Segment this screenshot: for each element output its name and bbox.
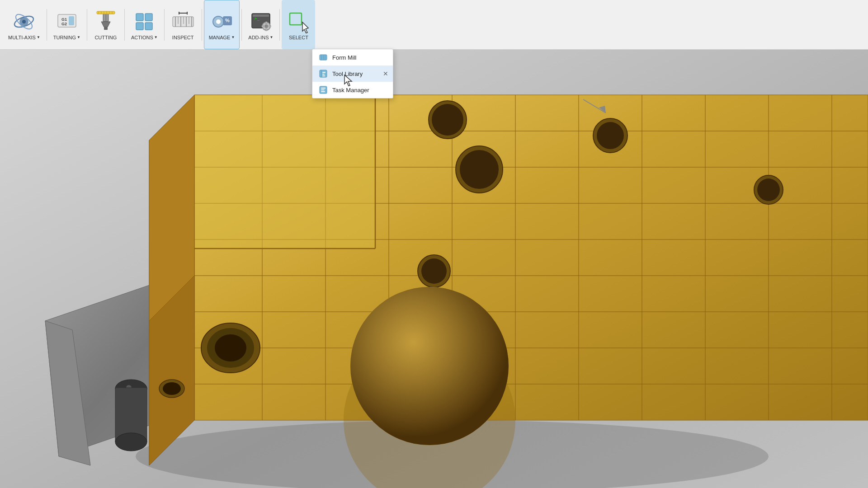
svg-marker-104 — [194, 95, 375, 249]
svg-point-3 — [22, 20, 26, 23]
svg-text:G1: G1 — [61, 17, 67, 22]
select-label: SELECT — [289, 35, 308, 40]
tool-library-label: Tool Library — [332, 70, 363, 77]
svg-text:G2: G2 — [61, 22, 67, 26]
svg-text:%: % — [225, 18, 230, 23]
actions-icon — [132, 9, 156, 34]
multiaxis-icon — [12, 9, 36, 34]
tool-library-close[interactable]: ✕ — [383, 70, 388, 77]
svg-point-112 — [350, 287, 509, 445]
sep-3 — [124, 9, 125, 41]
svg-point-103 — [215, 334, 246, 361]
svg-point-100 — [421, 258, 447, 284]
svg-rect-22 — [136, 23, 143, 30]
addins-icon: >_ — [249, 9, 273, 34]
svg-rect-23 — [145, 23, 152, 30]
svg-rect-49 — [290, 13, 302, 25]
tool-library-icon — [319, 69, 328, 78]
addins-label: ADD-INS ▼ — [248, 35, 273, 40]
svg-point-117 — [163, 382, 181, 395]
svg-marker-9 — [101, 22, 110, 27]
form-mill-label: Form Mill — [332, 54, 356, 61]
inspect-label: INSPECT — [172, 35, 194, 40]
cutting-icon — [94, 9, 118, 34]
toolbar-group-multiaxis[interactable]: MULTI-AXIS ▼ — [4, 0, 45, 49]
svg-point-44 — [264, 24, 268, 28]
toolbar-group-actions[interactable]: ACTIONS ▼ — [127, 0, 162, 49]
turning-icon: G1 G2 — [55, 9, 79, 34]
svg-text:>_: >_ — [255, 16, 259, 21]
toolbar-group-select[interactable]: SELECT — [282, 0, 315, 49]
svg-point-92 — [432, 104, 463, 136]
manage-label: MANAGE ▼ — [209, 35, 235, 40]
svg-rect-46 — [265, 29, 267, 31]
multiaxis-label: MULTI-AXIS ▼ — [8, 35, 40, 40]
svg-rect-21 — [145, 14, 152, 21]
svg-point-36 — [216, 19, 221, 24]
dropdown-item-form-mill[interactable]: Form Mill — [312, 49, 393, 66]
svg-point-94 — [597, 122, 624, 149]
toolbar-group-turning[interactable]: G1 G2 TURNING ▼ — [49, 0, 85, 49]
svg-rect-57 — [322, 72, 326, 73]
svg-marker-50 — [302, 22, 308, 33]
sep-7 — [279, 9, 280, 41]
svg-rect-45 — [265, 22, 267, 23]
sep-6 — [241, 9, 242, 41]
svg-rect-47 — [262, 25, 264, 27]
svg-point-71 — [115, 433, 147, 451]
dropdown-item-task-manager[interactable]: Task Manager — [312, 82, 393, 98]
svg-rect-48 — [269, 25, 271, 27]
sep-5 — [202, 9, 202, 41]
3d-viewport[interactable] — [0, 50, 868, 488]
svg-rect-59 — [322, 75, 325, 76]
svg-rect-42 — [253, 14, 269, 17]
sep-1 — [47, 9, 47, 41]
svg-rect-63 — [321, 91, 325, 92]
toolbar-group-manage[interactable]: % MANAGE ▼ — [204, 0, 240, 49]
svg-point-98 — [460, 150, 499, 189]
svg-rect-61 — [321, 88, 326, 89]
toolbar-group-addins[interactable]: >_ ADD-INS ▼ — [244, 0, 278, 49]
toolbar-group-inspect[interactable]: INSPECT — [166, 0, 200, 49]
sep-2 — [87, 9, 87, 41]
dropdown-item-tool-library[interactable]: Tool Library ✕ — [312, 66, 393, 82]
manage-dropdown: Form Mill Tool Library ✕ Task Manager — [312, 49, 393, 99]
turning-label: TURNING ▼ — [53, 35, 80, 40]
svg-rect-62 — [321, 89, 325, 90]
manage-icon: % — [210, 9, 234, 34]
toolbar-group-cutting[interactable]: CUTTING — [89, 0, 123, 49]
actions-label: ACTIONS ▼ — [131, 35, 158, 40]
form-mill-icon — [319, 53, 328, 62]
task-manager-icon — [319, 85, 328, 94]
svg-rect-20 — [136, 14, 143, 21]
task-manager-label: Task Manager — [332, 87, 369, 94]
toolbar: MULTI-AXIS ▼ G1 G2 TURNING ▼ — [0, 0, 868, 50]
cutting-label: CUTTING — [94, 35, 117, 40]
sep-4 — [164, 9, 165, 41]
svg-point-96 — [757, 178, 780, 201]
part-scene — [0, 50, 868, 488]
svg-rect-10 — [104, 27, 108, 30]
select-icon — [286, 9, 311, 34]
inspect-icon — [171, 9, 195, 34]
svg-rect-7 — [69, 16, 74, 25]
svg-rect-24 — [173, 17, 193, 27]
svg-rect-58 — [322, 74, 325, 75]
